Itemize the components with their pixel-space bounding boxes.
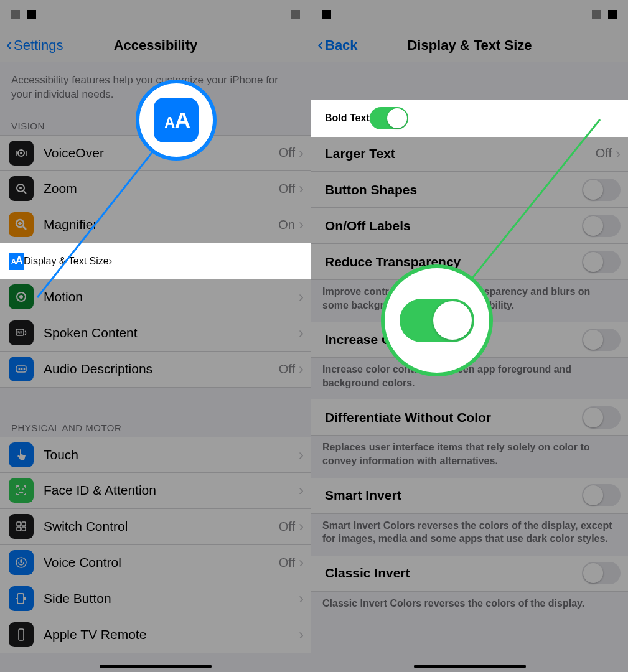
row-label: Classic Invert — [325, 566, 582, 581]
row-label: Touch — [44, 447, 299, 462]
row-label: Bold Text — [325, 113, 370, 124]
settings-row[interactable]: MagnifierOn› — [0, 207, 311, 243]
row-footer: Classic Invert Colors reverses the color… — [311, 592, 628, 620]
settings-row[interactable]: Switch ControlOff› — [0, 509, 311, 545]
toggle-on-icon — [400, 299, 474, 342]
row-label: Magnifier — [44, 217, 278, 232]
chevron-right-icon: › — [109, 256, 112, 267]
settings-row[interactable]: Audio DescriptionsOff› — [0, 352, 311, 388]
back-button[interactable]: ‹ Settings — [6, 37, 63, 54]
magnifier-icon — [9, 212, 34, 237]
row-value: Off — [279, 520, 295, 534]
svg-rect-24 — [19, 629, 24, 640]
toggle[interactable] — [582, 215, 621, 237]
row-bold-text-highlight[interactable]: Bold Text — [311, 100, 628, 137]
row-display-text-size-highlight[interactable]: AA Display & Text Size › — [0, 243, 311, 279]
svg-text:99: 99 — [17, 330, 22, 335]
page-title: Display & Text Size — [311, 37, 628, 54]
back-button[interactable]: ‹ Back — [317, 37, 358, 54]
chevron-right-icon: › — [299, 482, 304, 499]
svg-point-8 — [19, 295, 23, 299]
row-label: Switch Control — [44, 519, 279, 534]
motion-icon — [9, 284, 34, 309]
back-label: Settings — [14, 37, 63, 54]
row-value: On — [278, 218, 295, 232]
row-label: Spoken Content — [44, 325, 299, 340]
toggle[interactable] — [582, 406, 621, 429]
row-label: Differentiate Without Color — [325, 410, 582, 425]
row-value: Off — [596, 146, 612, 161]
nav-bar: ‹ Settings Accessibility — [0, 29, 311, 62]
svg-rect-22 — [21, 559, 22, 563]
text-size-icon: AA — [9, 253, 24, 270]
settings-row[interactable]: Side Button› — [0, 581, 311, 617]
row-label: Side Button — [44, 591, 299, 606]
settings-row[interactable]: Differentiate Without Color — [311, 399, 628, 436]
settings-row[interactable]: On/Off Labels — [311, 208, 628, 244]
svg-rect-20 — [22, 527, 26, 531]
callout-display-text-size: AA — [136, 80, 217, 161]
chevron-right-icon: › — [299, 626, 304, 643]
status-bar — [311, 0, 628, 29]
row-label: Smart Invert — [325, 488, 582, 503]
chevron-right-icon: › — [299, 216, 304, 233]
chevron-right-icon: › — [299, 324, 304, 342]
sidebutton-icon — [9, 586, 34, 611]
settings-row[interactable]: Button Shapes — [311, 172, 628, 208]
toggle[interactable] — [582, 484, 621, 506]
svg-point-1 — [20, 152, 22, 154]
chevron-right-icon: › — [299, 144, 304, 162]
chevron-right-icon: › — [299, 554, 304, 571]
chevron-right-icon: › — [616, 145, 621, 162]
touch-icon — [9, 442, 34, 467]
row-value: Off — [279, 182, 295, 196]
settings-row[interactable]: Smart Invert — [311, 478, 628, 514]
voiceover-icon — [9, 141, 34, 166]
toggle[interactable] — [582, 179, 621, 201]
chevron-left-icon: ‹ — [317, 35, 324, 54]
chevron-left-icon: ‹ — [6, 35, 12, 54]
row-label: Audio Descriptions — [44, 362, 279, 376]
svg-rect-18 — [22, 522, 26, 526]
toggle[interactable] — [582, 562, 621, 584]
settings-row[interactable]: Larger TextOff› — [311, 136, 628, 172]
settings-row[interactable]: Face ID & Attention› — [0, 473, 311, 509]
svg-point-16 — [22, 488, 24, 490]
row-value: Off — [279, 556, 295, 570]
remote-icon — [9, 622, 34, 647]
row-label: Zoom — [44, 181, 279, 196]
svg-point-3 — [19, 187, 22, 189]
chevron-right-icon: › — [299, 360, 304, 378]
row-label: Face ID & Attention — [44, 483, 299, 498]
svg-point-13 — [21, 368, 23, 370]
row-label: Larger Text — [325, 146, 596, 161]
section-header-physical: PHYSICAL AND MOTOR — [0, 409, 311, 437]
settings-row[interactable]: Voice ControlOff› — [0, 545, 311, 581]
settings-row[interactable]: 99Spoken Content› — [0, 315, 311, 352]
settings-row[interactable]: Apple TV Remote› — [0, 617, 311, 653]
svg-rect-19 — [17, 527, 21, 531]
nav-bar: ‹ Back Display & Text Size — [311, 29, 628, 62]
audiodesc-icon — [9, 357, 34, 381]
row-label: Button Shapes — [325, 182, 582, 197]
toggle[interactable] — [582, 251, 621, 273]
settings-row[interactable]: Touch› — [0, 437, 311, 473]
settings-row[interactable]: Classic Invert — [311, 556, 628, 592]
home-indicator[interactable] — [414, 665, 526, 668]
toggle[interactable] — [582, 329, 621, 351]
svg-text:A: A — [164, 114, 175, 131]
chevron-right-icon: › — [299, 180, 304, 197]
svg-point-14 — [24, 368, 26, 370]
settings-row[interactable]: ZoomOff› — [0, 171, 311, 207]
callout-toggle-on — [381, 264, 493, 376]
status-bar — [0, 0, 311, 29]
settings-row[interactable]: Motion› — [0, 279, 311, 315]
row-footer: Replaces user interface items that rely … — [311, 436, 628, 477]
toggle-bold-text[interactable] — [370, 107, 408, 129]
row-label: Apple TV Remote — [44, 627, 299, 642]
zoom-icon — [9, 176, 34, 201]
voicectl-icon — [9, 550, 34, 575]
home-indicator[interactable] — [100, 665, 212, 668]
svg-text:A: A — [16, 255, 23, 266]
spoken-icon: 99 — [9, 320, 34, 345]
